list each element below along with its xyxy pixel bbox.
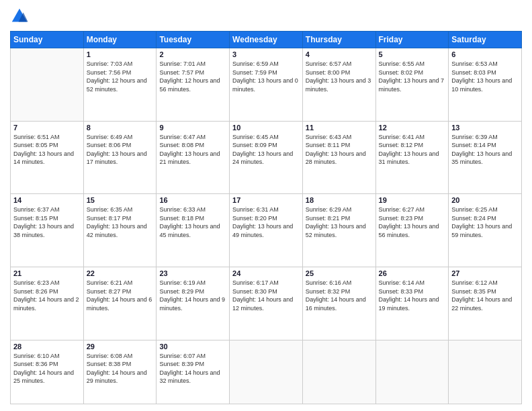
calendar-cell: 7Sunrise: 6:51 AMSunset: 8:05 PMDaylight…	[11, 121, 84, 194]
calendar-cell: 5Sunrise: 6:55 AMSunset: 8:02 PMDaylight…	[375, 48, 449, 122]
calendar-cell: 4Sunrise: 6:57 AMSunset: 8:00 PMDaylight…	[302, 48, 375, 122]
sunrise-text: Sunrise: 6:31 AM	[232, 206, 279, 213]
sunrise-text: Sunrise: 6:51 AM	[13, 134, 60, 140]
daylight-text: Daylight: 13 hours and 35 minutes.	[451, 150, 512, 166]
sunrise-text: Sunrise: 6:39 AM	[451, 134, 498, 140]
day-number: 18	[306, 196, 373, 204]
day-number: 2	[159, 50, 226, 58]
calendar-week-5: 28Sunrise: 6:10 AMSunset: 8:36 PMDayligh…	[11, 340, 522, 404]
sunrise-text: Sunrise: 7:03 AM	[87, 60, 133, 67]
daylight-text: Daylight: 14 hours and 22 minutes.	[451, 296, 512, 312]
calendar-week-3: 14Sunrise: 6:37 AMSunset: 8:15 PMDayligh…	[11, 194, 522, 267]
calendar-cell: 8Sunrise: 6:49 AMSunset: 8:06 PMDaylight…	[83, 121, 157, 194]
daylight-text: Daylight: 13 hours and 52 minutes.	[306, 223, 366, 238]
sunrise-text: Sunrise: 6:29 AM	[306, 206, 352, 213]
sunrise-text: Sunrise: 6:49 AM	[87, 134, 133, 140]
day-header-sunday: Sunday	[11, 32, 84, 48]
sunset-text: Sunset: 8:09 PM	[232, 142, 277, 148]
cell-content: Sunrise: 6:43 AMSunset: 8:11 PMDaylight:…	[306, 133, 373, 167]
calendar-cell: 16Sunrise: 6:33 AMSunset: 8:18 PMDayligh…	[157, 194, 230, 267]
sunrise-text: Sunrise: 6:08 AM	[87, 353, 133, 359]
calendar-cell: 18Sunrise: 6:29 AMSunset: 8:21 PMDayligh…	[302, 194, 375, 267]
day-number: 10	[232, 124, 300, 132]
day-header-friday: Friday	[375, 32, 449, 48]
calendar-week-4: 21Sunrise: 6:23 AMSunset: 8:26 PMDayligh…	[11, 267, 522, 340]
calendar-cell	[375, 340, 449, 404]
calendar-cell: 9Sunrise: 6:47 AMSunset: 8:08 PMDaylight…	[157, 121, 230, 194]
sunrise-text: Sunrise: 6:12 AM	[451, 279, 498, 286]
daylight-text: Daylight: 12 hours and 56 minutes.	[159, 77, 220, 93]
sunset-text: Sunset: 8:29 PM	[159, 288, 204, 295]
daylight-text: Daylight: 14 hours and 32 minutes.	[159, 369, 220, 385]
day-number: 12	[379, 124, 446, 132]
calendar-cell: 29Sunrise: 6:08 AMSunset: 8:38 PMDayligh…	[83, 340, 157, 404]
day-number: 4	[306, 50, 373, 58]
calendar-cell: 12Sunrise: 6:41 AMSunset: 8:12 PMDayligh…	[375, 121, 449, 194]
sunrise-text: Sunrise: 6:16 AM	[306, 279, 352, 286]
day-number: 7	[13, 124, 81, 132]
logo-icon	[10, 7, 29, 26]
calendar-cell: 13Sunrise: 6:39 AMSunset: 8:14 PMDayligh…	[449, 121, 522, 194]
sunset-text: Sunset: 8:27 PM	[87, 288, 132, 295]
sunrise-text: Sunrise: 6:19 AM	[159, 279, 206, 286]
cell-content: Sunrise: 6:45 AMSunset: 8:09 PMDaylight:…	[232, 133, 300, 167]
daylight-text: Daylight: 12 hours and 52 minutes.	[87, 77, 147, 93]
cell-content: Sunrise: 7:01 AMSunset: 7:57 PMDaylight:…	[159, 60, 226, 93]
sunset-text: Sunset: 8:05 PM	[13, 142, 58, 148]
day-number: 3	[232, 50, 300, 58]
sunrise-text: Sunrise: 6:47 AM	[159, 134, 206, 140]
sunset-text: Sunset: 8:24 PM	[451, 215, 496, 222]
sunrise-text: Sunrise: 6:27 AM	[379, 206, 425, 213]
cell-content: Sunrise: 6:21 AMSunset: 8:27 PMDaylight:…	[87, 279, 154, 312]
calendar-cell: 30Sunrise: 6:07 AMSunset: 8:39 PMDayligh…	[157, 340, 230, 404]
sunrise-text: Sunrise: 6:17 AM	[232, 279, 279, 286]
calendar-cell: 24Sunrise: 6:17 AMSunset: 8:30 PMDayligh…	[230, 267, 303, 340]
day-number: 16	[159, 196, 226, 204]
sunrise-text: Sunrise: 6:37 AM	[13, 206, 60, 213]
sunset-text: Sunset: 8:18 PM	[159, 215, 204, 222]
cell-content: Sunrise: 6:23 AMSunset: 8:26 PMDaylight:…	[13, 279, 81, 312]
cell-content: Sunrise: 6:55 AMSunset: 8:02 PMDaylight:…	[379, 60, 446, 93]
sunset-text: Sunset: 8:23 PM	[379, 215, 424, 222]
sunset-text: Sunset: 8:06 PM	[87, 142, 132, 148]
calendar-week-2: 7Sunrise: 6:51 AMSunset: 8:05 PMDaylight…	[11, 121, 522, 194]
cell-content: Sunrise: 6:08 AMSunset: 8:38 PMDaylight:…	[87, 352, 154, 385]
calendar-cell: 26Sunrise: 6:14 AMSunset: 8:33 PMDayligh…	[375, 267, 449, 340]
calendar-cell: 3Sunrise: 6:59 AMSunset: 7:59 PMDaylight…	[230, 48, 303, 122]
daylight-text: Daylight: 13 hours and 28 minutes.	[306, 150, 366, 166]
daylight-text: Daylight: 13 hours and 24 minutes.	[232, 150, 293, 166]
sunrise-text: Sunrise: 6:23 AM	[13, 279, 60, 286]
sunrise-text: Sunrise: 6:10 AM	[13, 353, 60, 359]
calendar-cell	[230, 340, 303, 404]
cell-content: Sunrise: 6:39 AMSunset: 8:14 PMDaylight:…	[451, 133, 519, 167]
sunrise-text: Sunrise: 6:25 AM	[451, 206, 498, 213]
calendar-cell: 20Sunrise: 6:25 AMSunset: 8:24 PMDayligh…	[449, 194, 522, 267]
day-header-monday: Monday	[83, 32, 157, 48]
sunset-text: Sunset: 8:14 PM	[451, 142, 496, 148]
calendar-cell: 6Sunrise: 6:53 AMSunset: 8:03 PMDaylight…	[449, 48, 522, 122]
calendar-cell	[11, 48, 84, 122]
sunset-text: Sunset: 8:08 PM	[159, 142, 204, 148]
day-number: 21	[13, 269, 81, 277]
sunrise-text: Sunrise: 6:07 AM	[159, 353, 206, 359]
cell-content: Sunrise: 6:53 AMSunset: 8:03 PMDaylight:…	[451, 60, 519, 93]
daylight-text: Daylight: 13 hours and 17 minutes.	[87, 150, 147, 166]
day-number: 13	[451, 124, 519, 132]
daylight-text: Daylight: 14 hours and 16 minutes.	[306, 296, 366, 312]
day-number: 1	[87, 50, 154, 58]
calendar-cell: 2Sunrise: 7:01 AMSunset: 7:57 PMDaylight…	[157, 48, 230, 122]
cell-content: Sunrise: 6:27 AMSunset: 8:23 PMDaylight:…	[379, 205, 446, 239]
sunrise-text: Sunrise: 6:59 AM	[232, 60, 279, 67]
sunset-text: Sunset: 8:26 PM	[13, 288, 58, 295]
cell-content: Sunrise: 6:07 AMSunset: 8:39 PMDaylight:…	[159, 352, 226, 385]
sunset-text: Sunset: 8:30 PM	[232, 288, 277, 295]
sunset-text: Sunset: 8:11 PM	[306, 142, 351, 148]
cell-content: Sunrise: 6:14 AMSunset: 8:33 PMDaylight:…	[379, 279, 446, 312]
day-number: 29	[87, 342, 154, 351]
daylight-text: Daylight: 14 hours and 12 minutes.	[232, 296, 293, 312]
sunset-text: Sunset: 8:00 PM	[306, 69, 351, 76]
sunset-text: Sunset: 7:57 PM	[159, 69, 204, 76]
logo	[10, 7, 32, 26]
daylight-text: Daylight: 13 hours and 56 minutes.	[379, 223, 439, 238]
cell-content: Sunrise: 6:59 AMSunset: 7:59 PMDaylight:…	[232, 60, 300, 93]
